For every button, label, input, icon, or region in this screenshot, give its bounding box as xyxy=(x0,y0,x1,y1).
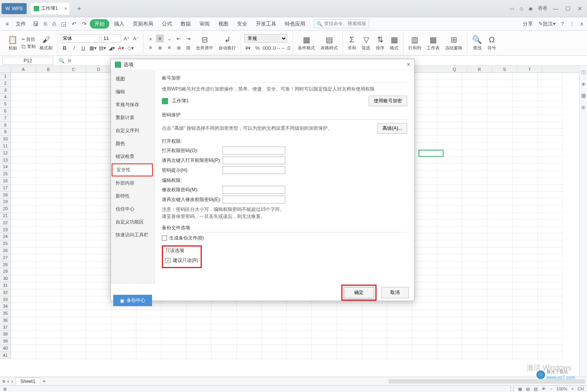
nav-view[interactable]: 视图 xyxy=(111,73,154,85)
row-header[interactable]: 27 xyxy=(0,254,11,261)
row-header[interactable]: 24 xyxy=(0,233,11,240)
row-header[interactable]: 7 xyxy=(0,115,11,122)
decrease-font-icon[interactable]: A⁻ xyxy=(132,34,140,42)
tab-formula[interactable]: 公式 xyxy=(158,19,176,29)
row-header[interactable]: 13 xyxy=(0,157,11,164)
font-color-icon[interactable]: A▾ xyxy=(117,44,125,52)
decrease-indent-icon[interactable]: ⇤ xyxy=(175,34,183,42)
fullscreen-icon[interactable]: ⛶ xyxy=(510,387,514,391)
fx-icon[interactable]: fx xyxy=(68,58,71,64)
modify-pwd-input[interactable] xyxy=(223,186,285,194)
command-search[interactable]: 🔍 查找命令、搜索模板 xyxy=(314,19,369,28)
cell-style-icon[interactable]: ▤▾ xyxy=(98,44,106,52)
align-left-icon[interactable]: ≡ xyxy=(147,44,154,51)
view-page-icon[interactable]: ▤ xyxy=(526,387,530,392)
redo-icon[interactable]: ↷ xyxy=(80,19,89,29)
row-header[interactable]: 41 xyxy=(0,352,11,359)
open-pwd-input[interactable] xyxy=(223,147,285,154)
distribute-icon[interactable]: ⊞ xyxy=(184,44,192,51)
collapse-ribbon-icon[interactable]: ∧ xyxy=(580,21,584,27)
row-header[interactable]: 40 xyxy=(0,345,11,352)
eye-icon[interactable]: 👁 xyxy=(542,387,546,391)
row-header[interactable]: 36 xyxy=(0,317,11,324)
close-window-icon[interactable]: ✕ xyxy=(578,5,582,12)
row-header[interactable]: 9 xyxy=(0,129,11,136)
row-header[interactable]: 15 xyxy=(0,171,11,178)
sidebar-tool-1[interactable]: ◫ xyxy=(580,66,587,78)
col-header[interactable]: T xyxy=(517,66,542,73)
nav-custom-ribbon[interactable]: 自定义功能区 xyxy=(111,216,154,229)
advanced-button[interactable]: 高级(A)... xyxy=(377,123,407,134)
paste-button[interactable]: 📋粘贴 xyxy=(6,34,19,52)
freeze-button[interactable]: ⊞冻结窗格 xyxy=(444,34,464,52)
zoom-level[interactable]: 100% xyxy=(556,387,567,391)
worksheet-button[interactable]: ▦工作表 xyxy=(425,34,441,52)
nav-error-check[interactable]: 错误检查 xyxy=(111,150,154,163)
percent-icon[interactable]: % xyxy=(254,44,261,52)
open-pwd-confirm-input[interactable] xyxy=(223,156,285,164)
tab-next-icon[interactable]: › xyxy=(11,379,13,384)
tab-developer[interactable]: 开发工具 xyxy=(252,19,280,29)
wrap-button[interactable]: ↲自动换行 xyxy=(217,34,237,52)
add-sheet-icon[interactable]: + xyxy=(43,379,45,384)
col-header[interactable]: B xyxy=(36,66,61,73)
symbol-button[interactable]: Ω符号 xyxy=(486,34,498,52)
row-header[interactable]: 8 xyxy=(0,122,11,129)
justify-icon[interactable]: ≣ xyxy=(175,44,183,51)
copy-button[interactable]: ⿻复制 xyxy=(22,44,36,49)
row-header[interactable]: 37 xyxy=(0,324,11,331)
tab-prev-icon[interactable]: ‹ xyxy=(7,379,9,384)
format-button[interactable]: ▦格式 xyxy=(388,34,400,52)
row-header[interactable]: 12 xyxy=(0,150,11,157)
row-header[interactable]: 1 xyxy=(0,73,11,80)
row-header[interactable]: 3 xyxy=(0,87,11,94)
lang-indicator[interactable]: CH xyxy=(578,387,584,391)
sidebar-tool-2[interactable]: ◈ xyxy=(580,78,587,89)
sort-button[interactable]: ⇅排序 xyxy=(374,34,386,52)
saveas-icon[interactable]: ⎘ xyxy=(42,19,49,29)
increase-font-icon[interactable]: A⁺ xyxy=(123,34,130,42)
modify-pwd-confirm-input[interactable] xyxy=(223,196,285,203)
row-header[interactable]: 4 xyxy=(0,94,11,101)
nav-new-feature[interactable]: 新特性 xyxy=(111,190,154,203)
row-header[interactable]: 21 xyxy=(0,212,11,220)
ok-button[interactable]: 确定 xyxy=(344,287,374,298)
row-header[interactable]: 16 xyxy=(0,178,11,185)
cell-reference[interactable]: P12 xyxy=(2,57,53,65)
align-right-icon[interactable]: ≡ xyxy=(165,44,173,51)
zoom-icon[interactable]: 🔍 xyxy=(59,58,65,64)
row-header[interactable]: 23 xyxy=(0,227,11,234)
col-header[interactable]: R xyxy=(467,66,492,73)
sidebar-tool-4[interactable]: ⊕ xyxy=(580,101,587,113)
nav-edit[interactable]: 编辑 xyxy=(111,85,154,98)
row-header[interactable]: 29 xyxy=(0,268,11,275)
nav-general-save[interactable]: 常规与保存 xyxy=(111,98,154,111)
cut-button[interactable]: ✂剪切 xyxy=(22,36,36,42)
more-icon[interactable]: ⋮ xyxy=(569,21,574,27)
minimize-icon[interactable]: — xyxy=(553,5,558,12)
user-name[interactable]: 香香 xyxy=(538,5,547,12)
tab-security[interactable]: 安全 xyxy=(233,19,251,29)
row-header[interactable]: 25 xyxy=(0,240,11,247)
underline-icon[interactable]: U xyxy=(80,44,87,52)
save-icon[interactable]: 🖫 xyxy=(31,19,41,29)
col-header[interactable]: Q xyxy=(442,66,467,73)
row-header[interactable]: 17 xyxy=(0,185,11,192)
sidebar-tool-3[interactable]: ▦ xyxy=(580,89,587,101)
filter-button[interactable]: ▽筛选 xyxy=(360,34,372,52)
row-header[interactable]: 28 xyxy=(0,261,11,269)
menu-hamburger-icon[interactable]: ≡ xyxy=(3,19,11,29)
number-format-select[interactable]: 常规 xyxy=(244,34,287,43)
rowcol-button[interactable]: ▥行和列 xyxy=(407,34,423,52)
col-header[interactable]: S xyxy=(492,66,517,73)
indicator-icon[interactable]: ▭ xyxy=(510,6,514,11)
select-all-corner[interactable] xyxy=(0,66,11,73)
dialog-close-icon[interactable]: × xyxy=(407,61,410,68)
row-header[interactable]: 14 xyxy=(0,163,11,171)
row-header[interactable]: 39 xyxy=(0,338,11,345)
cancel-button[interactable]: 取消 xyxy=(381,287,409,298)
share-button[interactable]: 分享 xyxy=(523,20,533,27)
status-icon[interactable]: ⊞ xyxy=(3,387,7,392)
sum-button[interactable]: Σ求和 xyxy=(346,34,358,52)
row-header[interactable]: 6 xyxy=(0,108,11,115)
